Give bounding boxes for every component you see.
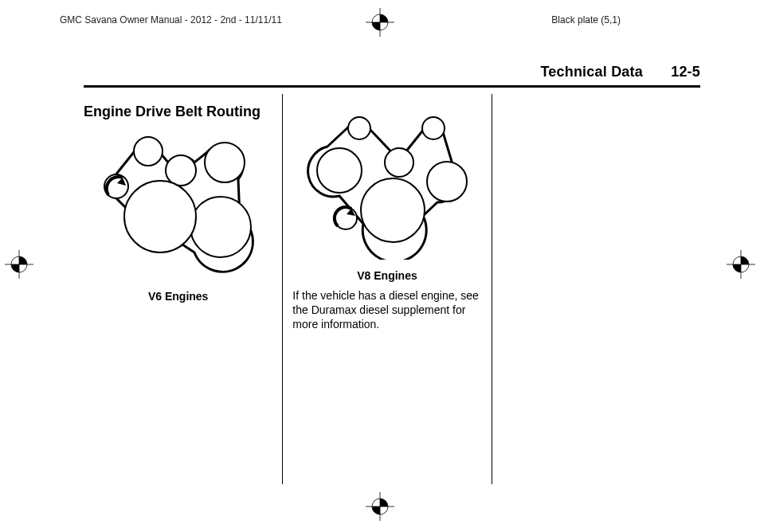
svg-point-16: [124, 181, 196, 252]
figure-v6: V6 Engines: [84, 125, 272, 303]
figure-v8: V8 Engines: [292, 108, 481, 282]
registration-mark-top-icon: [366, 8, 394, 40]
registration-mark-left-icon: [5, 250, 33, 282]
diesel-note: If the vehicle has a diesel engine, see …: [292, 288, 481, 332]
svg-point-13: [166, 155, 196, 186]
svg-point-12: [134, 137, 163, 166]
svg-point-15: [190, 197, 251, 257]
page-number: 12-5: [671, 64, 700, 80]
section-title: Technical Data: [540, 64, 643, 80]
registration-mark-bottom-icon: [366, 492, 394, 524]
content-heading: Engine Drive Belt Routing: [84, 104, 272, 120]
manual-id: GMC Savana Owner Manual - 2012 - 2nd - 1…: [60, 14, 282, 25]
figure-v6-caption: V6 Engines: [84, 290, 272, 303]
column-1: Engine Drive Belt Routing V6 Engine: [84, 94, 283, 484]
svg-point-21: [385, 148, 413, 177]
belt-diagram-v8-icon: [296, 108, 479, 260]
content-columns: Engine Drive Belt Routing V6 Engine: [84, 94, 700, 484]
svg-point-14: [205, 143, 245, 182]
svg-point-22: [317, 148, 362, 193]
figure-v8-caption: V8 Engines: [292, 269, 481, 282]
svg-point-24: [361, 178, 425, 242]
registration-mark-right-icon: [727, 250, 755, 282]
svg-point-23: [427, 162, 467, 201]
plate-info: Black plate (5,1): [551, 14, 621, 25]
belt-diagram-v6-icon: [87, 125, 270, 280]
svg-point-19: [348, 117, 370, 139]
svg-point-20: [422, 117, 445, 139]
section-header: Technical Data 12-5: [84, 64, 700, 88]
column-2: V8 Engines If the vehicle has a diesel e…: [283, 94, 492, 484]
page: GMC Savana Owner Manual - 2012 - 2nd - 1…: [0, 0, 760, 532]
column-3: [492, 94, 700, 484]
